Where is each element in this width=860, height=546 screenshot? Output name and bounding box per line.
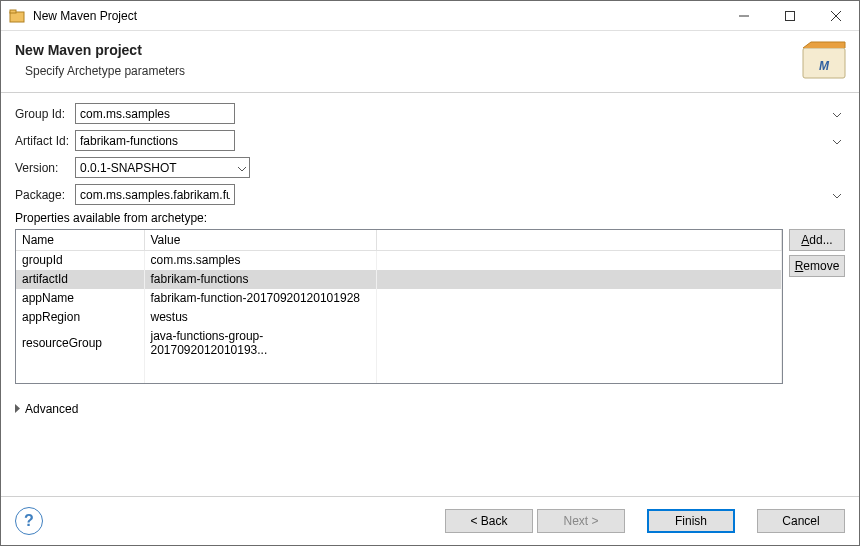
page-subtitle: Specify Archetype parameters bbox=[25, 64, 845, 78]
column-header[interactable] bbox=[376, 230, 782, 251]
table-row[interactable]: groupIdcom.ms.samples bbox=[16, 251, 782, 270]
finish-button[interactable]: Finish bbox=[647, 509, 735, 533]
next-button[interactable]: Next > bbox=[537, 509, 625, 533]
remove-label: Remove bbox=[795, 259, 840, 273]
wizard-header: New Maven project Specify Archetype para… bbox=[1, 31, 859, 93]
remove-button[interactable]: Remove bbox=[789, 255, 845, 277]
group-id-label: Group Id: bbox=[15, 107, 75, 121]
maven-icon: M bbox=[801, 40, 847, 86]
chevron-down-icon bbox=[833, 188, 841, 202]
minimize-button[interactable] bbox=[721, 1, 767, 31]
app-icon bbox=[9, 8, 25, 24]
window-title: New Maven Project bbox=[33, 9, 721, 23]
column-header[interactable]: Value bbox=[144, 230, 376, 251]
package-field[interactable] bbox=[75, 184, 235, 205]
table-row[interactable]: appRegionwestus bbox=[16, 308, 782, 327]
table-row[interactable]: artifactIdfabrikam-functions bbox=[16, 270, 782, 289]
version-label: Version: bbox=[15, 161, 75, 175]
svg-rect-1 bbox=[10, 10, 16, 13]
titlebar: New Maven Project bbox=[1, 1, 859, 31]
artifact-id-label: Artifact Id: bbox=[15, 134, 75, 148]
table-row[interactable]: resourceGroupjava-functions-group-201709… bbox=[16, 327, 782, 359]
caret-right-icon bbox=[15, 402, 21, 416]
help-icon[interactable]: ? bbox=[15, 507, 43, 535]
artifact-id-field[interactable] bbox=[75, 130, 235, 151]
properties-section-label: Properties available from archetype: bbox=[15, 211, 845, 225]
page-title: New Maven project bbox=[15, 42, 845, 58]
advanced-label: Advanced bbox=[25, 402, 78, 416]
column-header[interactable]: Name bbox=[16, 230, 144, 251]
maximize-button[interactable] bbox=[767, 1, 813, 31]
advanced-expander[interactable]: Advanced bbox=[15, 402, 845, 416]
add-label: Add... bbox=[801, 233, 832, 247]
wizard-buttons: ? < Back Next > Finish Cancel bbox=[1, 496, 859, 545]
table-row[interactable]: appNamefabrikam-function-201709201201019… bbox=[16, 289, 782, 308]
group-id-field[interactable] bbox=[75, 103, 235, 124]
chevron-down-icon bbox=[833, 134, 841, 148]
cancel-button[interactable]: Cancel bbox=[757, 509, 845, 533]
back-button[interactable]: < Back bbox=[445, 509, 533, 533]
close-button[interactable] bbox=[813, 1, 859, 31]
package-label: Package: bbox=[15, 188, 75, 202]
add-button[interactable]: Add... bbox=[789, 229, 845, 251]
svg-rect-3 bbox=[786, 11, 795, 20]
properties-table[interactable]: NameValue groupIdcom.ms.samplesartifactI… bbox=[15, 229, 783, 384]
version-field[interactable] bbox=[75, 157, 250, 178]
chevron-down-icon bbox=[833, 107, 841, 121]
svg-text:M: M bbox=[819, 59, 830, 73]
